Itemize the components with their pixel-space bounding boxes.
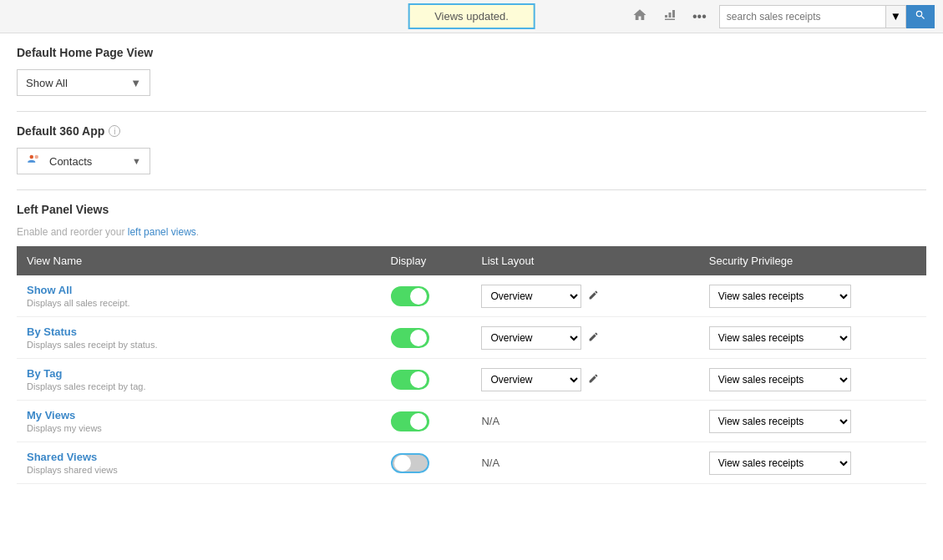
search-container: ▼ xyxy=(719,5,935,28)
divider-2 xyxy=(17,189,926,190)
view-name: By Tag xyxy=(27,367,371,380)
svg-point-1 xyxy=(35,155,39,159)
top-bar-icons: ••• xyxy=(628,6,711,28)
view-name-cell: Show AllDisplays all sales receipt. xyxy=(17,275,381,317)
layout-select[interactable]: Overview xyxy=(481,368,581,391)
edit-layout-button[interactable] xyxy=(585,288,602,305)
table-row: Show AllDisplays all sales receipt. Over… xyxy=(17,275,926,317)
edit-layout-button[interactable] xyxy=(585,330,602,346)
table-row: By StatusDisplays sales receipt by statu… xyxy=(17,317,926,359)
divider-1 xyxy=(17,111,926,112)
view-name-cell: By TagDisplays sales receipt by tag. xyxy=(17,359,381,401)
contacts-dropdown-arrow: ▼ xyxy=(132,156,141,166)
search-input[interactable] xyxy=(719,5,886,28)
toggle-switch[interactable] xyxy=(391,411,429,431)
left-panel-views-title: Left Panel Views xyxy=(17,203,926,216)
toggle-switch[interactable] xyxy=(391,453,429,473)
table-row: My ViewsDisplays my viewsN/A View sales … xyxy=(17,401,926,442)
more-icon: ••• xyxy=(692,9,707,23)
view-desc: Displays shared views xyxy=(27,465,371,475)
view-name-cell: Shared ViewsDisplays shared views xyxy=(17,442,381,484)
toggle-switch[interactable] xyxy=(391,370,429,390)
svg-point-0 xyxy=(30,155,34,159)
more-button[interactable]: ••• xyxy=(688,8,711,26)
toggle-switch[interactable] xyxy=(391,328,429,348)
security-cell[interactable]: View sales receipts xyxy=(699,359,926,401)
views-updated-banner: Views updated. xyxy=(408,3,535,29)
subtitle-text: Enable and reorder your xyxy=(17,226,128,238)
security-cell[interactable]: View sales receipts xyxy=(699,275,926,317)
list-layout-cell[interactable]: Overview xyxy=(471,317,698,359)
na-text: N/A xyxy=(481,415,499,427)
view-desc: Displays sales receipt by status. xyxy=(27,340,371,350)
contacts-dropdown[interactable]: Contacts ▼ xyxy=(17,148,150,174)
layout-select[interactable]: Overview xyxy=(481,326,581,350)
view-name: Show All xyxy=(27,284,371,296)
security-cell[interactable]: View sales receipts xyxy=(699,401,926,442)
top-bar: Views updated. ••• ▼ xyxy=(0,0,943,33)
home-button[interactable] xyxy=(628,6,651,28)
security-select[interactable]: View sales receipts xyxy=(709,285,851,308)
banner-text: Views updated. xyxy=(434,10,509,23)
table-header-row: View Name Display List Layout Security P… xyxy=(17,246,926,275)
view-desc: Displays my views xyxy=(27,423,371,433)
search-go-button[interactable] xyxy=(906,5,935,28)
home-icon xyxy=(632,11,647,25)
edit-layout-button[interactable] xyxy=(585,371,602,388)
main-content: Default Home Page View Show All ▼ Defaul… xyxy=(0,33,943,497)
security-select[interactable]: View sales receipts xyxy=(709,452,851,475)
search-go-icon xyxy=(915,10,926,23)
banner-container: Views updated. xyxy=(408,3,535,29)
dropdown-arrow: ▼ xyxy=(130,77,141,89)
chart-icon xyxy=(662,11,677,25)
left-panel-views-link[interactable]: left panel views xyxy=(128,226,196,238)
list-layout-cell[interactable]: Overview xyxy=(471,275,698,317)
views-table: View Name Display List Layout Security P… xyxy=(17,246,926,484)
list-layout-cell[interactable]: Overview xyxy=(471,359,698,401)
col-view-name: View Name xyxy=(17,246,381,275)
display-cell[interactable] xyxy=(381,442,472,484)
contacts-icon xyxy=(26,152,41,170)
na-text: N/A xyxy=(481,457,499,469)
table-row: By TagDisplays sales receipt by tag. Ove… xyxy=(17,359,926,401)
list-layout-cell: N/A xyxy=(471,442,698,484)
display-cell[interactable] xyxy=(381,317,472,359)
chart-button[interactable] xyxy=(658,6,682,28)
info-icon[interactable]: i xyxy=(109,125,120,137)
dropdown-value: Show All xyxy=(26,77,68,89)
display-cell[interactable] xyxy=(381,359,472,401)
security-select[interactable]: View sales receipts xyxy=(709,368,851,391)
col-list-layout: List Layout xyxy=(471,246,698,275)
security-select[interactable]: View sales receipts xyxy=(709,326,851,350)
col-display: Display xyxy=(381,246,472,275)
security-select[interactable]: View sales receipts xyxy=(709,410,851,433)
search-dropdown-arrow: ▼ xyxy=(890,10,901,23)
left-panel-views-subtitle: Enable and reorder your left panel views… xyxy=(17,226,926,238)
toggle-switch[interactable] xyxy=(391,286,429,306)
view-desc: Displays all sales receipt. xyxy=(27,298,371,308)
security-cell[interactable]: View sales receipts xyxy=(699,317,926,359)
col-security: Security Privilege xyxy=(699,246,926,275)
view-name: My Views xyxy=(27,409,371,421)
view-desc: Displays sales receipt by tag. xyxy=(27,381,371,391)
display-cell[interactable] xyxy=(381,401,472,442)
contacts-dropdown-value: Contacts xyxy=(49,155,92,168)
view-name-cell: My ViewsDisplays my views xyxy=(17,401,381,442)
subtitle-end: . xyxy=(196,226,199,238)
security-cell[interactable]: View sales receipts xyxy=(699,442,926,484)
view-name: By Status xyxy=(27,325,371,338)
view-name-cell: By StatusDisplays sales receipt by statu… xyxy=(17,317,381,359)
list-layout-cell: N/A xyxy=(471,401,698,442)
default-360-app-title: Default 360 App xyxy=(17,124,104,138)
default-home-page-view-title: Default Home Page View xyxy=(17,46,926,59)
table-row: Shared ViewsDisplays shared viewsN/A Vie… xyxy=(17,442,926,484)
default-home-page-view-dropdown[interactable]: Show All ▼ xyxy=(17,69,150,96)
layout-select[interactable]: Overview xyxy=(481,285,581,308)
display-cell[interactable] xyxy=(381,275,472,317)
view-name: Shared Views xyxy=(27,451,371,463)
search-dropdown-button[interactable]: ▼ xyxy=(886,5,906,28)
